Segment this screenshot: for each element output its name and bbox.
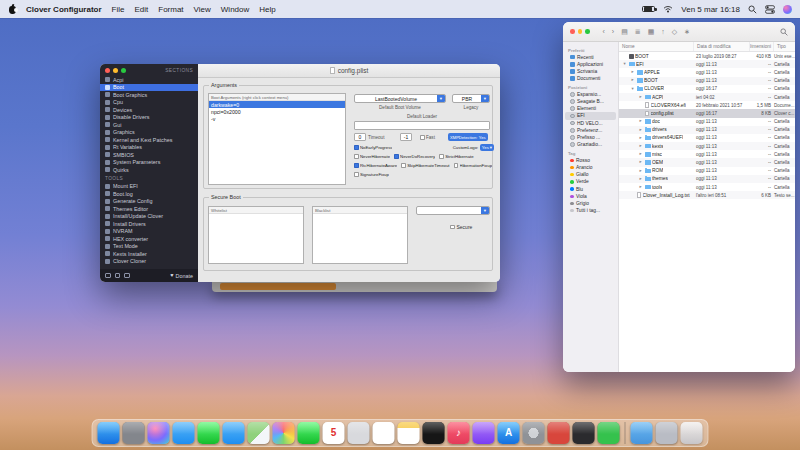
sidebar-item-text-mode[interactable]: Text Mode — [100, 243, 198, 251]
boot-arg-row[interactable]: -v — [209, 115, 345, 122]
sidebar-item-smbios[interactable]: SMBIOS — [100, 151, 198, 159]
zoom-button[interactable] — [121, 68, 126, 73]
wifi-icon[interactable] — [663, 5, 673, 13]
table-row[interactable]: ▾CLOVERoggi 16:17--Cartella — [619, 85, 795, 93]
menu-edit[interactable]: Edit — [134, 5, 148, 14]
sidebar-item-clover-cloner[interactable]: Clover Cloner — [100, 258, 198, 266]
table-row[interactable]: ▸docoggi 11:13--Cartella — [619, 118, 795, 126]
table-row[interactable]: ▸driversoggi 11:13--Cartella — [619, 126, 795, 134]
active-app-name[interactable]: Clover Configurator — [26, 5, 102, 14]
secure-boot-policy-dropdown[interactable]: ▾ — [416, 206, 490, 215]
menu-view[interactable]: View — [194, 5, 211, 14]
boot-arg-row[interactable]: npci=0x2000 — [209, 108, 345, 115]
sidebar-item-preferenz[interactable]: Preferenz... — [565, 127, 616, 134]
disclosure-icon[interactable]: ▸ — [638, 128, 643, 132]
checkbox-noearlyprogress[interactable]: NoEarlyProgress — [354, 145, 392, 150]
disclosure-icon[interactable]: ▸ — [638, 144, 643, 148]
boot-arg-row[interactable]: darkwake=0 — [209, 101, 345, 108]
checkbox-skiphibernatetimeout[interactable]: SkipHibernateTimeout — [401, 163, 449, 168]
dock-item-photos[interactable] — [273, 422, 295, 444]
pbr-dropdown[interactable]: PBR ▾ — [452, 94, 490, 103]
sidebar-item-applicazioni[interactable]: Applicazioni — [565, 61, 616, 68]
table-row[interactable]: ▸toolsoggi 11:13--Cartella — [619, 183, 795, 191]
dock-item-documents-stack[interactable] — [656, 422, 678, 444]
dock-item-trash[interactable] — [681, 422, 703, 444]
dock-item-finder[interactable] — [98, 422, 120, 444]
apple-menu[interactable] — [8, 4, 17, 14]
sidebar-item-espansio[interactable]: Espansio... — [565, 91, 616, 98]
disclosure-icon[interactable]: ▸ — [638, 95, 643, 99]
boot-args-list[interactable]: Boot Arguments (right click context menu… — [208, 93, 346, 185]
menu-bar-clock[interactable]: Ven 5 mar 16:18 — [681, 5, 740, 14]
dock-item-facetime[interactable] — [298, 422, 320, 444]
dock-item-app-dark[interactable] — [573, 422, 595, 444]
sidebar-item-disable-drivers[interactable]: Disable Drivers — [100, 114, 198, 122]
table-row[interactable]: BOOT23 luglio 2019 08:27410 KBUnix ese..… — [619, 52, 795, 60]
sidebar-item-rosso[interactable]: Rosso — [565, 157, 616, 164]
disclosure-icon[interactable]: ▾ — [630, 87, 635, 91]
dock-item-calendar[interactable]: 5 — [323, 422, 345, 444]
battery-icon[interactable] — [642, 6, 655, 13]
background-window[interactable] — [212, 281, 497, 292]
disclosure-icon[interactable]: ▸ — [630, 78, 635, 82]
sidebar-item-kernel-and-kext-patches[interactable]: Kernel and Kext Patches — [100, 136, 198, 144]
checkbox-stricthibernate[interactable]: StrictHibernate — [439, 154, 473, 159]
icon-view-icon[interactable]: ▤ — [621, 28, 628, 35]
app-icon[interactable] — [105, 273, 111, 279]
checkbox-neverdorecovery[interactable]: NeverDoRecovery — [394, 154, 435, 159]
dock-item-tv[interactable] — [423, 422, 445, 444]
dock-item-reminders[interactable] — [373, 422, 395, 444]
control-center-icon[interactable] — [765, 5, 775, 14]
menu-window[interactable]: Window — [221, 5, 249, 14]
menu-help[interactable]: Help — [259, 5, 275, 14]
sidebar-item-viola[interactable]: Viola — [565, 193, 616, 200]
dock-item-launchpad[interactable] — [123, 422, 145, 444]
disclosure-icon[interactable]: ▾ — [622, 62, 627, 66]
sidebar-item-mount-efi[interactable]: Mount EFI — [100, 183, 198, 191]
close-button[interactable] — [570, 29, 575, 34]
sidebar-item-verde[interactable]: Verde — [565, 178, 616, 185]
table-row[interactable]: ▸ROMoggi 11:13--Cartella — [619, 167, 795, 175]
tags-icon[interactable]: ◇ — [672, 28, 677, 35]
table-row[interactable]: ▾EFIoggi 11:13--Cartella — [619, 60, 795, 68]
table-row[interactable]: ▸ACPIieri 04:02--Cartella — [619, 93, 795, 101]
disclosure-icon[interactable]: ▸ — [630, 70, 635, 74]
table-row[interactable]: ▸kextsoggi 11:13--Cartella — [619, 142, 795, 150]
dock-item-messages[interactable] — [198, 422, 220, 444]
sidebar-item-grigio[interactable]: Grigio — [565, 200, 616, 207]
table-row[interactable]: ▸themesoggi 11:13--Cartella — [619, 175, 795, 183]
dock-item-notes[interactable] — [398, 422, 420, 444]
sidebar-item-devices[interactable]: Devices — [100, 106, 198, 114]
sidebar-item-hd-velo[interactable]: HD VELO... — [565, 120, 616, 127]
sidebar-item-rt-variables[interactable]: Rt Variables — [100, 144, 198, 152]
checkbox-neverhibernate[interactable]: NeverHibernate — [354, 154, 390, 159]
sidebar-item-install-drivers[interactable]: Install Drivers — [100, 220, 198, 228]
column-view-icon[interactable]: ▦ — [648, 28, 655, 35]
sidebar-item-seagate-b[interactable]: Seagate B... — [565, 98, 616, 105]
sidebar-item-efi[interactable]: EFI — [565, 112, 616, 119]
sidebar-item-acpi[interactable]: Acpi — [100, 76, 198, 84]
sidebar-item-elementi[interactable]: Elementi — [565, 105, 616, 112]
share-icon[interactable]: ↑ — [661, 28, 665, 35]
minimize-button[interactable] — [578, 29, 583, 34]
table-row[interactable]: ▸APPLEoggi 11:13--Cartella — [619, 68, 795, 76]
action-menu-icon[interactable]: ∗ — [684, 28, 690, 35]
whitelist-box[interactable]: Whitelist — [208, 206, 304, 264]
dock-item-music[interactable]: ♪ — [448, 422, 470, 444]
back-icon[interactable]: ‹ — [603, 28, 605, 35]
list-view-icon[interactable]: ≣ — [635, 28, 641, 35]
table-row[interactable]: Clover_Install_Log.txtl'altro ieri 08:51… — [619, 191, 795, 199]
disclosure-icon[interactable]: ▸ — [638, 119, 643, 123]
menu-format[interactable]: Format — [158, 5, 183, 14]
table-row[interactable]: ▸drivers64UEFIoggi 11:13--Cartella — [619, 134, 795, 142]
sidebar-item-recenti[interactable]: Recenti — [565, 54, 616, 61]
search-icon[interactable] — [748, 5, 757, 14]
dock-item-safari[interactable] — [173, 422, 195, 444]
table-row[interactable]: config.plistoggi 16:178 KBClover c... — [619, 109, 795, 117]
sidebar-item-install-update-clover[interactable]: Install/Update Clover — [100, 213, 198, 221]
sidebar-item-arancio[interactable]: Arancio — [565, 164, 616, 171]
sidebar-item-boot[interactable]: Boot — [100, 84, 198, 92]
xmp-detection-popup[interactable]: XMPDetection: Yes — [448, 133, 488, 141]
column-header-size[interactable]: Dimensioni — [749, 42, 773, 51]
dock-item-podcasts[interactable] — [473, 422, 495, 444]
